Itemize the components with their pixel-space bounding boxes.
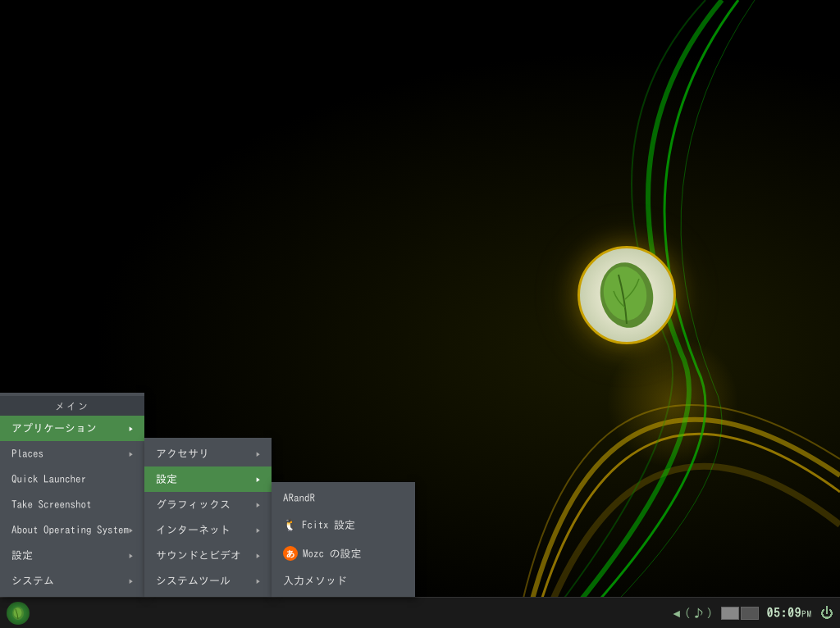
taskbar-left — [7, 602, 30, 625]
taskbar-right: ◄ ( ♪ ) 05:09PM ⏻ — [671, 606, 833, 620]
taskbar: ◄ ( ♪ ) 05:09PM ⏻ — [0, 597, 840, 628]
menu-item-places[interactable]: Places ▶ — [0, 441, 144, 466]
arrow-icon: ▶ — [256, 552, 260, 560]
menu-item-about-os[interactable]: About Operating System ▶ — [0, 517, 144, 543]
arrow-icon: ▶ — [129, 450, 133, 458]
arrow-icon: ▶ — [256, 526, 260, 535]
menu-item-system[interactable]: システム ▶ — [0, 568, 144, 594]
taskbar-app-button[interactable] — [7, 602, 30, 625]
submenu-item-accessories[interactable]: アクセサリ ▶ — [144, 441, 272, 466]
arrow-icon: ▶ — [256, 476, 260, 484]
leaf-logo — [578, 246, 676, 344]
workspace-pager[interactable] — [721, 607, 759, 620]
mozc-icon: あ — [283, 546, 298, 561]
arrow-icon: ▶ — [129, 425, 133, 433]
menu-item-settings[interactable]: 設定 ▶ — [0, 543, 144, 568]
clock: 05:09PM — [767, 607, 813, 619]
volume-wave1-icon: ( — [685, 608, 691, 619]
arrow-icon: ▶ — [129, 526, 133, 535]
arrow-icon: ▶ — [256, 577, 260, 585]
settings-item-input-method[interactable]: 入力メソッド — [272, 568, 415, 594]
main-menu-header: メイン — [0, 396, 144, 416]
submenu-item-graphics[interactable]: グラフィックス ▶ — [144, 492, 272, 517]
volume-control[interactable]: ◄ ( ♪ ) — [671, 607, 713, 620]
volume-wave2-icon: ) — [707, 608, 713, 619]
menu-item-applications[interactable]: アプリケーション ▶ — [0, 416, 144, 441]
submenu-item-system-tools[interactable]: システムツール ▶ — [144, 568, 272, 594]
submenu-item-sound-video[interactable]: サウンドとビデオ ▶ — [144, 543, 272, 568]
volume-icon: ♪ — [693, 608, 705, 619]
settings-item-arandr[interactable]: ARandR — [272, 485, 415, 511]
menu-item-screenshot[interactable]: Take Screenshot — [0, 492, 144, 517]
arrow-icon: ▶ — [256, 501, 260, 509]
app-submenu: アクセサリ ▶ 設定 ▶ グラフィックス ▶ インターネット ▶ サウンドとビデ… — [144, 438, 272, 597]
settings-item-fcitx[interactable]: 🐧 Fcitx 設定 — [272, 511, 415, 539]
svg-point-0 — [607, 336, 738, 467]
speaker-icon: ◄ — [671, 607, 682, 620]
power-button[interactable]: ⏻ — [820, 606, 833, 620]
menu-container: メイン アプリケーション ▶ Places ▶ Quick Launcher T… — [0, 393, 415, 597]
submenu-item-settings[interactable]: 設定 ▶ — [144, 466, 272, 492]
main-menu: メイン アプリケーション ▶ Places ▶ Quick Launcher T… — [0, 393, 144, 597]
workspace-2[interactable] — [741, 607, 759, 620]
workspace-1[interactable] — [721, 607, 739, 620]
arrow-icon: ▶ — [129, 577, 133, 585]
arrow-icon: ▶ — [129, 552, 133, 560]
submenu-item-internet[interactable]: インターネット ▶ — [144, 517, 272, 543]
menu-item-quick-launcher[interactable]: Quick Launcher — [0, 466, 144, 492]
settings-item-mozc[interactable]: あ Mozc の設定 — [272, 539, 415, 568]
fcitx-icon: 🐧 — [283, 518, 297, 531]
settings-submenu: ARandR 🐧 Fcitx 設定 あ Mozc の設定 入力メソッド — [272, 482, 415, 597]
arrow-icon: ▶ — [256, 450, 260, 458]
